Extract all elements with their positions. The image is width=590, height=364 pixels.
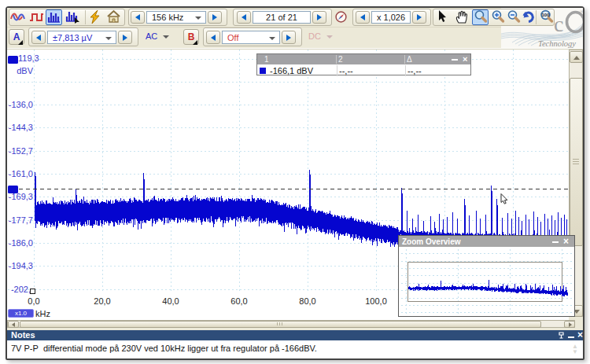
svg-text:®: ® [580, 9, 583, 15]
svg-text:c: c [554, 12, 563, 36]
svg-text:Technology: Technology [538, 39, 576, 48]
